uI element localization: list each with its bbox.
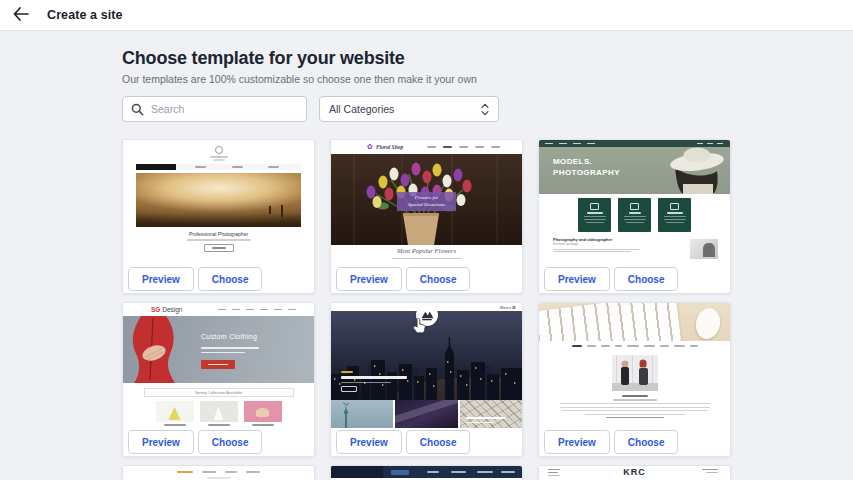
red-dress-illustration — [123, 316, 195, 383]
thumb-hero-title: Custom Clothing — [201, 333, 257, 340]
choose-button[interactable]: Choose — [614, 267, 679, 291]
preview-button[interactable]: Preview — [544, 430, 610, 454]
thumb-hero-caption-placeholder — [341, 371, 407, 392]
topbar-title: Create a site — [47, 8, 123, 22]
template-thumbnail-partial-2 — [331, 466, 522, 480]
template-thumbnail-photographer: Professional Photographer — [123, 140, 314, 265]
card-actions: Preview Choose — [539, 428, 730, 456]
back-button[interactable] — [10, 4, 32, 26]
template-thumbnail-partial-3: KRC — [539, 466, 730, 480]
card-actions: Preview Choose — [331, 428, 522, 456]
thumb-brand: Floral Shop — [376, 144, 403, 150]
thumb-text-placeholder — [539, 395, 730, 418]
flower-logo-icon: ✿ — [367, 143, 373, 150]
template-card-floral: ✿ Floral Shop — [330, 139, 523, 294]
thumb-nav-placeholder — [331, 466, 522, 478]
thumb-feature-boxes — [539, 198, 730, 232]
choose-button[interactable]: Choose — [406, 430, 471, 454]
choose-button[interactable]: Choose — [406, 267, 471, 291]
template-card-models: MODELS. PHOTOGRAPHY Photography and vide… — [538, 139, 731, 294]
template-card-keyboard: Preview Choose — [538, 302, 731, 457]
thumb-hero-photo — [136, 173, 301, 227]
preview-button[interactable]: Preview — [336, 267, 402, 291]
thumb-section-title: Most Popular Flowers — [331, 247, 522, 254]
chevron-updown-icon — [481, 103, 489, 116]
thumb-button-placeholder — [204, 244, 234, 252]
thumb-section-photo — [690, 239, 718, 259]
thumb-products — [123, 401, 314, 426]
thumb-title: Professional Photographer — [123, 231, 314, 237]
template-thumbnail-keyboard — [539, 303, 730, 428]
thumb-hero: MODELS. PHOTOGRAPHY — [539, 147, 730, 194]
choose-template-page: Choose template for your website Our tem… — [122, 30, 731, 480]
category-select-value: All Categories — [329, 103, 394, 115]
search-input[interactable] — [151, 103, 298, 115]
page-title: Choose template for your website — [122, 48, 731, 69]
template-grid: Professional Photographer Preview Choose… — [122, 139, 731, 480]
template-card-partial-3: KRC — [538, 465, 731, 480]
arrow-left-icon — [13, 7, 29, 24]
category-select[interactable]: All Categories — [319, 96, 499, 122]
search-icon — [131, 103, 144, 116]
template-thumbnail-floral: ✿ Floral Shop — [331, 140, 522, 265]
card-actions: Preview Choose — [123, 428, 314, 456]
topbar: Create a site — [0, 0, 853, 30]
template-thumbnail-partial-1 — [123, 466, 314, 480]
thumb-photo — [612, 355, 658, 391]
preview-button[interactable]: Preview — [336, 430, 402, 454]
template-card-sg-design: SG Design Custom Clothing — [122, 302, 315, 457]
thumb-gallery — [331, 400, 522, 428]
thumb-banner: Spring Collection Available — [144, 388, 294, 397]
template-card-photographer: Professional Photographer Preview Choose — [122, 139, 315, 294]
choose-button[interactable]: Choose — [614, 430, 679, 454]
template-card-partial-2 — [330, 465, 523, 480]
search-box[interactable] — [122, 96, 307, 122]
template-thumbnail-models: MODELS. PHOTOGRAPHY Photography and vide… — [539, 140, 730, 265]
filter-controls: All Categories — [122, 96, 731, 122]
keyboard-illustration — [539, 303, 681, 341]
thumb-section: Photography and videographer the love to… — [553, 237, 653, 252]
preview-button[interactable]: Preview — [128, 267, 194, 291]
thumb-hero: Custom Clothing — [123, 316, 314, 383]
template-thumbnail-sg-design: SG Design Custom Clothing — [123, 303, 314, 428]
thumb-nav-placeholder — [136, 164, 301, 170]
card-actions: Preview Choose — [123, 265, 314, 293]
thumb-cta-placeholder — [201, 360, 235, 369]
thumb-nav-placeholder — [539, 345, 730, 347]
mouse-illustration — [693, 306, 723, 341]
thumb-hero-caption: Flowers for Special Occasions — [397, 192, 456, 211]
preview-button[interactable]: Preview — [544, 267, 610, 291]
preview-button[interactable]: Preview — [128, 430, 194, 454]
template-card-partial-1 — [122, 465, 315, 480]
woman-hat-illustration — [645, 147, 730, 194]
thumb-menu: Menu ☰ — [500, 305, 516, 310]
thumb-brand: SG Design — [151, 306, 182, 313]
thumb-hero-photo — [539, 303, 730, 341]
card-actions: Preview Choose — [539, 265, 730, 293]
thumb-nav-placeholder — [539, 140, 730, 147]
thumb-hero-title: MODELS. PHOTOGRAPHY — [553, 157, 620, 178]
choose-button[interactable]: Choose — [198, 430, 263, 454]
card-actions: Preview Choose — [331, 265, 522, 293]
page-subtitle: Our templates are 100% customizable so c… — [122, 73, 731, 85]
choose-button[interactable]: Choose — [198, 267, 263, 291]
cursor-pointer-icon — [412, 317, 427, 338]
